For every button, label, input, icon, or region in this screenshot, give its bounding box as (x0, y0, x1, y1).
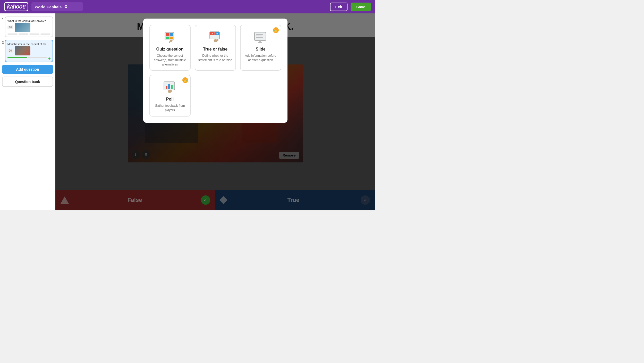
question-bar-active-2 (28, 57, 47, 58)
save-button[interactable]: Save (351, 3, 371, 11)
question-dot (48, 57, 50, 60)
modal-card-quiz[interactable]: Quiz question Choose the correct answer(… (149, 25, 191, 71)
top-navigation: kahoot! World Capitals ⚙ Exit Save (0, 0, 375, 13)
svg-point-12 (216, 39, 218, 41)
question-number-1: 1 (2, 18, 4, 21)
question-time-1: 20 (7, 26, 13, 29)
question-time-2: 20 (7, 49, 13, 53)
question-card-2[interactable]: Manchester is the capital of the ... 20 (5, 40, 53, 62)
settings-icon[interactable]: ⚙ (64, 4, 67, 9)
question-bar-1 (7, 34, 18, 35)
svg-rect-21 (168, 84, 170, 89)
question-thumbnail-1 (15, 23, 30, 32)
svg-rect-3 (166, 37, 169, 39)
poll-card-desc: Gather feedback from players (153, 104, 187, 112)
question-bar-3 (29, 34, 39, 35)
svg-rect-20 (166, 86, 167, 89)
kahoot-logo: kahoot! (4, 2, 28, 11)
main-layout: 1 What is the capital of Norway? 20 (0, 13, 375, 210)
svg-rect-17 (259, 40, 261, 42)
svg-rect-18 (258, 42, 262, 43)
svg-rect-1 (166, 33, 169, 36)
modal-card-poll[interactable]: 👑 Poll (149, 75, 191, 117)
question-text-2: Manchester is the capital of the ... (7, 42, 50, 46)
quiz-card-desc: Choose the correct answer(s) from multip… (153, 54, 187, 67)
quiz-card-title: Quiz question (156, 47, 184, 52)
svg-rect-16 (256, 37, 263, 38)
question-bar-4 (40, 34, 50, 35)
svg-point-23 (170, 90, 172, 92)
truefalse-card-title: True or false (203, 47, 227, 52)
sidebar: 1 What is the capital of Norway? 20 (0, 13, 55, 210)
question-bank-button[interactable]: Question bank (2, 77, 53, 87)
question-bar-2 (19, 34, 29, 35)
svg-text:T: T (216, 33, 218, 35)
svg-rect-4 (170, 37, 173, 39)
question-type-modal: Quiz question Choose the correct answer(… (143, 19, 287, 123)
exit-button[interactable]: Exit (330, 3, 348, 11)
svg-line-6 (170, 40, 171, 43)
slide-card-desc: Add information before or after a questi… (244, 54, 278, 62)
question-thumbnail-2 (15, 46, 30, 55)
svg-rect-15 (256, 36, 262, 36)
quiz-title: World Capitals (35, 5, 62, 9)
quiz-title-bar[interactable]: World Capitals ⚙ (31, 2, 83, 11)
add-question-button[interactable]: Add question (2, 65, 53, 74)
slide-card-title: Slide (256, 47, 265, 52)
truefalse-icon: F T (206, 29, 224, 45)
poll-icon (161, 79, 179, 95)
quiz-icon (161, 29, 179, 45)
content-area: Manchester is the capital of the UK. ℹ ⊞… (55, 13, 375, 210)
truefalse-card-desc: Define whether the statement is true or … (198, 54, 232, 62)
modal-overlay[interactable]: Quiz question Choose the correct answer(… (55, 13, 375, 210)
svg-rect-14 (256, 34, 263, 35)
slide-premium-badge: 👑 (273, 27, 279, 33)
question-number-2: 2 (2, 41, 4, 44)
question-text-1: What is the capital of Norway? (7, 19, 50, 23)
poll-card-title: Poll (166, 97, 174, 102)
svg-rect-22 (171, 85, 173, 89)
svg-text:F: F (211, 33, 213, 35)
question-card-1[interactable]: What is the capital of Norway? 20 (5, 16, 53, 37)
poll-premium-badge: 👑 (182, 77, 188, 83)
modal-card-slide[interactable]: 👑 Slid (240, 25, 281, 71)
question-bar-active-1 (7, 57, 27, 58)
svg-rect-2 (170, 33, 173, 36)
modal-card-truefalse[interactable]: F T True or false Define whether the sta… (195, 25, 236, 71)
slide-icon (252, 29, 270, 45)
